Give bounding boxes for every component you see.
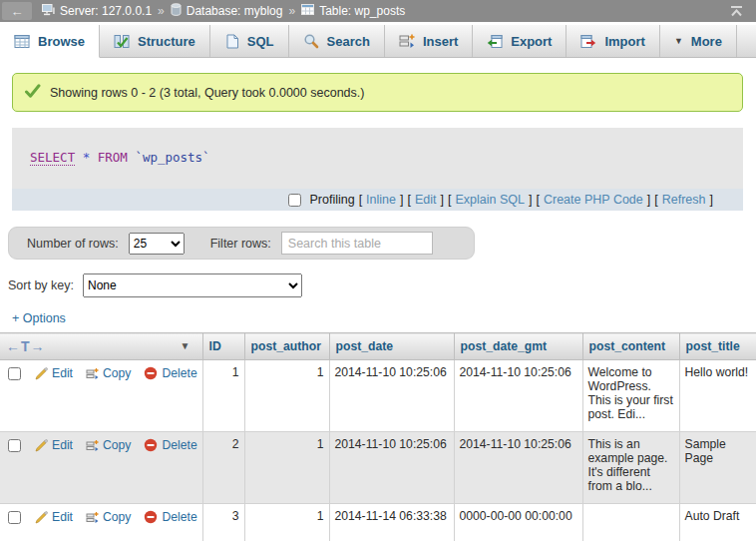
filter-rows-input[interactable] [281,232,433,255]
cell-post-date: 2014-11-14 06:33:38 [329,504,454,541]
with-selected-caret-icon[interactable]: ▼ [181,340,190,351]
breadcrumb-database-label: Database: myblog [187,4,283,18]
filter-rows-label: Filter rows: [210,237,271,251]
tab-search[interactable]: Search [289,25,385,57]
edit-label: Edit [52,510,73,524]
sql-tools-row: Profiling [ Inline ] [ Edit ] [ Explain … [12,189,743,211]
explain-sql-link[interactable]: Explain SQL [455,193,524,207]
column-header-id[interactable]: ID [202,333,244,360]
tab-structure[interactable]: Structure [100,25,210,57]
row-checkbox[interactable] [8,439,21,452]
row-checkbox[interactable] [8,367,21,380]
breadcrumb: Server: 127.0.0.1 » Database: myblog » T… [42,3,405,19]
chevron-down-icon: ▼ [674,36,683,46]
bracket: [ [407,193,410,207]
delete-icon [144,366,158,380]
edit-row-link[interactable]: Edit [35,510,73,524]
edit-row-link[interactable]: Edit [35,438,73,452]
copy-icon [86,511,99,524]
bracket: [ [448,193,451,207]
cell-id: 2 [202,432,244,504]
column-header-post-content[interactable]: post_content [582,333,679,360]
server-icon [42,4,55,19]
header-row: ←T→ ▼ ID post_author post_date post_date… [0,333,756,360]
tab-import[interactable]: Import [567,25,659,57]
copy-row-link[interactable]: Copy [86,438,131,452]
pencil-icon [35,367,48,380]
sort-by-key-label: Sort by key: [8,278,74,292]
delete-icon [144,438,158,452]
profiling-label: Profiling [309,193,354,207]
edit-link[interactable]: Edit [415,193,437,207]
sql-keyword-select[interactable]: SELECT [30,150,75,166]
search-icon [303,33,319,49]
profiling-checkbox[interactable] [288,194,301,207]
collapse-icon[interactable] [729,5,744,17]
delete-row-link[interactable]: Delete [144,366,196,380]
tab-import-label: Import [604,34,644,49]
cell-post-content: Welcome to WordPress. This is your first… [582,360,679,432]
cell-post-date-gmt: 2014-11-10 10:25:06 [454,432,582,504]
breadcrumb-server[interactable]: Server: 127.0.0.1 [42,4,152,19]
edit-label: Edit [52,366,73,380]
options-toggle[interactable]: + Options [12,311,82,325]
rows-filter-bar: Number of rows: 25 Filter rows: [8,227,475,260]
breadcrumb-database[interactable]: Database: myblog [171,3,283,19]
breadcrumb-table[interactable]: Table: wp_posts [301,4,405,18]
table-row: Edit Copy Delete 3 1 2014-11-14 06:33:38… [0,504,756,541]
copy-icon [86,439,99,452]
tab-export[interactable]: Export [473,25,567,57]
cell-post-title: Auto Draft [679,504,756,541]
edit-row-link[interactable]: Edit [35,366,73,380]
breadcrumb-separator: » [288,4,295,18]
create-php-code-link[interactable]: Create PHP Code [544,193,643,207]
cell-id: 3 [202,504,244,541]
breadcrumb-separator: » [158,4,165,18]
tab-insert[interactable]: Insert [385,25,473,57]
copy-row-link[interactable]: Copy [86,366,131,380]
cell-post-author: 1 [244,504,329,541]
export-icon [487,34,503,49]
column-visibility-widget[interactable]: ←T→ [6,338,46,354]
database-icon [171,3,182,19]
bracket: [ [536,193,539,207]
copy-row-link[interactable]: Copy [86,510,131,524]
column-header-post-title[interactable]: post_title [679,333,756,360]
status-message-text: Showing rows 0 - 2 (3 total, Query took … [50,86,364,100]
bracket: ] [710,193,713,207]
tab-bar: Browse Structure SQL Search Insert Expor… [0,25,756,58]
column-header-post-author[interactable]: post_author [244,333,329,360]
number-of-rows-select[interactable]: 25 [129,233,185,255]
tab-search-label: Search [327,34,370,49]
cell-post-content: This is an example page. It's different … [582,432,679,504]
tab-more[interactable]: ▼ More [660,25,737,57]
cell-post-date: 2014-11-10 10:25:06 [329,360,454,432]
breadcrumb-bar: ← Server: 127.0.0.1 » Database: myblog »… [0,0,756,22]
tab-browse-label: Browse [38,34,85,49]
column-header-post-date[interactable]: post_date [329,333,454,360]
sql-query-box: SELECT * FROM `wp_posts` Profiling [ Inl… [12,128,743,211]
tab-browse[interactable]: Browse [0,25,100,58]
column-header-post-date-gmt[interactable]: post_date_gmt [454,333,582,360]
row-checkbox[interactable] [8,511,21,524]
delete-row-link[interactable]: Delete [144,438,196,452]
column-visibility-header: ←T→ ▼ [0,333,202,360]
inline-link[interactable]: Inline [366,193,396,207]
breadcrumb-table-label: Table: wp_posts [319,4,405,18]
back-button[interactable]: ← [2,2,32,20]
tab-sql[interactable]: SQL [210,25,289,57]
edit-label: Edit [52,438,73,452]
status-message: Showing rows 0 - 2 (3 total, Query took … [12,73,743,112]
pencil-icon [35,439,48,452]
tab-insert-label: Insert [423,34,458,49]
cell-post-author: 1 [244,360,329,432]
refresh-link[interactable]: Refresh [662,193,706,207]
sort-by-key-select[interactable]: None [83,273,302,297]
cell-post-title: Hello world! [679,360,756,432]
sql-table-identifier: `wp_posts` [135,150,209,165]
cell-post-date: 2014-11-10 10:25:06 [329,432,454,504]
bracket: [ [359,193,362,207]
table-row: Edit Copy Delete 2 1 2014-11-10 10:25:06… [0,432,756,504]
sql-keyword-from: FROM [98,150,128,165]
delete-row-link[interactable]: Delete [144,510,196,524]
